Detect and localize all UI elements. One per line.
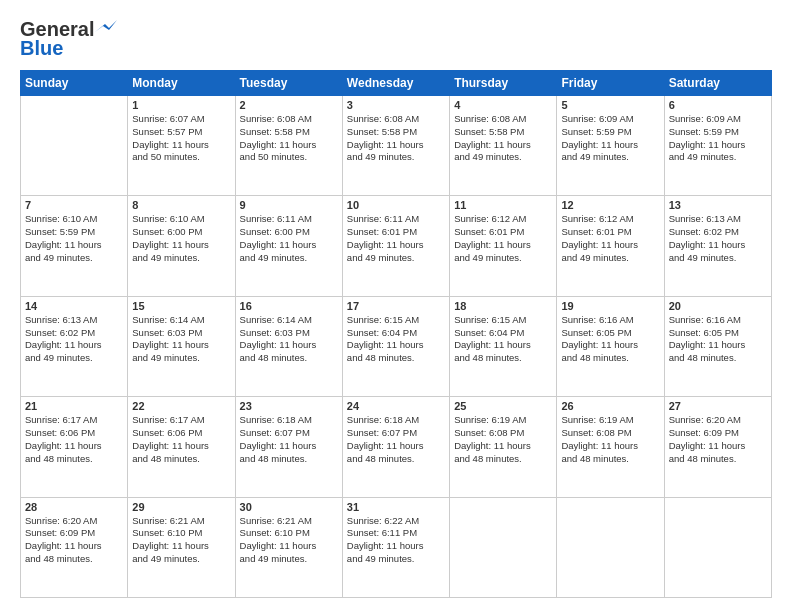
day-info: Sunrise: 6:08 AMSunset: 5:58 PMDaylight:… xyxy=(454,113,552,164)
day-number: 21 xyxy=(25,400,123,412)
day-info: Sunrise: 6:20 AMSunset: 6:09 PMDaylight:… xyxy=(669,414,767,465)
day-info: Sunrise: 6:14 AMSunset: 6:03 PMDaylight:… xyxy=(132,314,230,365)
calendar-day-cell: 10Sunrise: 6:11 AMSunset: 6:01 PMDayligh… xyxy=(342,196,449,296)
day-number: 18 xyxy=(454,300,552,312)
day-number: 11 xyxy=(454,199,552,211)
day-number: 25 xyxy=(454,400,552,412)
day-info: Sunrise: 6:08 AMSunset: 5:58 PMDaylight:… xyxy=(347,113,445,164)
calendar-week-row: 28Sunrise: 6:20 AMSunset: 6:09 PMDayligh… xyxy=(21,497,772,597)
calendar-day-cell: 9Sunrise: 6:11 AMSunset: 6:00 PMDaylight… xyxy=(235,196,342,296)
calendar-day-cell: 17Sunrise: 6:15 AMSunset: 6:04 PMDayligh… xyxy=(342,296,449,396)
calendar-week-row: 14Sunrise: 6:13 AMSunset: 6:02 PMDayligh… xyxy=(21,296,772,396)
day-number: 7 xyxy=(25,199,123,211)
calendar-day-cell: 13Sunrise: 6:13 AMSunset: 6:02 PMDayligh… xyxy=(664,196,771,296)
day-info: Sunrise: 6:15 AMSunset: 6:04 PMDaylight:… xyxy=(454,314,552,365)
logo-bird-icon xyxy=(95,20,117,36)
day-info: Sunrise: 6:09 AMSunset: 5:59 PMDaylight:… xyxy=(669,113,767,164)
calendar-day-cell: 29Sunrise: 6:21 AMSunset: 6:10 PMDayligh… xyxy=(128,497,235,597)
calendar-day-cell: 18Sunrise: 6:15 AMSunset: 6:04 PMDayligh… xyxy=(450,296,557,396)
calendar-day-cell: 21Sunrise: 6:17 AMSunset: 6:06 PMDayligh… xyxy=(21,397,128,497)
day-info: Sunrise: 6:20 AMSunset: 6:09 PMDaylight:… xyxy=(25,515,123,566)
day-info: Sunrise: 6:18 AMSunset: 6:07 PMDaylight:… xyxy=(347,414,445,465)
day-number: 15 xyxy=(132,300,230,312)
day-number: 5 xyxy=(561,99,659,111)
day-info: Sunrise: 6:09 AMSunset: 5:59 PMDaylight:… xyxy=(561,113,659,164)
day-info: Sunrise: 6:15 AMSunset: 6:04 PMDaylight:… xyxy=(347,314,445,365)
day-number: 6 xyxy=(669,99,767,111)
day-number: 19 xyxy=(561,300,659,312)
day-info: Sunrise: 6:16 AMSunset: 6:05 PMDaylight:… xyxy=(669,314,767,365)
weekday-header: Saturday xyxy=(664,71,771,96)
day-number: 26 xyxy=(561,400,659,412)
day-info: Sunrise: 6:16 AMSunset: 6:05 PMDaylight:… xyxy=(561,314,659,365)
day-number: 4 xyxy=(454,99,552,111)
calendar-day-cell: 31Sunrise: 6:22 AMSunset: 6:11 PMDayligh… xyxy=(342,497,449,597)
calendar-day-cell: 12Sunrise: 6:12 AMSunset: 6:01 PMDayligh… xyxy=(557,196,664,296)
calendar-day-cell: 30Sunrise: 6:21 AMSunset: 6:10 PMDayligh… xyxy=(235,497,342,597)
day-number: 20 xyxy=(669,300,767,312)
day-info: Sunrise: 6:17 AMSunset: 6:06 PMDaylight:… xyxy=(132,414,230,465)
day-number: 8 xyxy=(132,199,230,211)
calendar-day-cell: 26Sunrise: 6:19 AMSunset: 6:08 PMDayligh… xyxy=(557,397,664,497)
svg-marker-0 xyxy=(95,20,117,32)
day-number: 17 xyxy=(347,300,445,312)
day-number: 3 xyxy=(347,99,445,111)
day-info: Sunrise: 6:11 AMSunset: 6:01 PMDaylight:… xyxy=(347,213,445,264)
calendar-day-cell: 14Sunrise: 6:13 AMSunset: 6:02 PMDayligh… xyxy=(21,296,128,396)
calendar-day-cell: 28Sunrise: 6:20 AMSunset: 6:09 PMDayligh… xyxy=(21,497,128,597)
day-info: Sunrise: 6:11 AMSunset: 6:00 PMDaylight:… xyxy=(240,213,338,264)
calendar-day-cell: 5Sunrise: 6:09 AMSunset: 5:59 PMDaylight… xyxy=(557,96,664,196)
day-number: 12 xyxy=(561,199,659,211)
calendar-day-cell: 1Sunrise: 6:07 AMSunset: 5:57 PMDaylight… xyxy=(128,96,235,196)
day-info: Sunrise: 6:10 AMSunset: 5:59 PMDaylight:… xyxy=(25,213,123,264)
day-number: 13 xyxy=(669,199,767,211)
calendar-day-cell: 6Sunrise: 6:09 AMSunset: 5:59 PMDaylight… xyxy=(664,96,771,196)
day-number: 24 xyxy=(347,400,445,412)
day-number: 29 xyxy=(132,501,230,513)
day-number: 28 xyxy=(25,501,123,513)
day-info: Sunrise: 6:18 AMSunset: 6:07 PMDaylight:… xyxy=(240,414,338,465)
calendar-day-cell: 3Sunrise: 6:08 AMSunset: 5:58 PMDaylight… xyxy=(342,96,449,196)
day-number: 14 xyxy=(25,300,123,312)
day-number: 10 xyxy=(347,199,445,211)
day-info: Sunrise: 6:21 AMSunset: 6:10 PMDaylight:… xyxy=(240,515,338,566)
calendar-week-row: 21Sunrise: 6:17 AMSunset: 6:06 PMDayligh… xyxy=(21,397,772,497)
calendar-week-row: 1Sunrise: 6:07 AMSunset: 5:57 PMDaylight… xyxy=(21,96,772,196)
calendar-day-cell: 15Sunrise: 6:14 AMSunset: 6:03 PMDayligh… xyxy=(128,296,235,396)
day-number: 16 xyxy=(240,300,338,312)
calendar-day-cell: 4Sunrise: 6:08 AMSunset: 5:58 PMDaylight… xyxy=(450,96,557,196)
weekday-header: Sunday xyxy=(21,71,128,96)
day-info: Sunrise: 6:17 AMSunset: 6:06 PMDaylight:… xyxy=(25,414,123,465)
day-number: 1 xyxy=(132,99,230,111)
day-info: Sunrise: 6:14 AMSunset: 6:03 PMDaylight:… xyxy=(240,314,338,365)
calendar-header-row: SundayMondayTuesdayWednesdayThursdayFrid… xyxy=(21,71,772,96)
day-number: 23 xyxy=(240,400,338,412)
calendar-body: 1Sunrise: 6:07 AMSunset: 5:57 PMDaylight… xyxy=(21,96,772,598)
day-info: Sunrise: 6:08 AMSunset: 5:58 PMDaylight:… xyxy=(240,113,338,164)
day-info: Sunrise: 6:19 AMSunset: 6:08 PMDaylight:… xyxy=(454,414,552,465)
calendar-day-cell: 24Sunrise: 6:18 AMSunset: 6:07 PMDayligh… xyxy=(342,397,449,497)
calendar-day-cell: 16Sunrise: 6:14 AMSunset: 6:03 PMDayligh… xyxy=(235,296,342,396)
weekday-header: Tuesday xyxy=(235,71,342,96)
calendar-day-cell xyxy=(21,96,128,196)
day-number: 31 xyxy=(347,501,445,513)
calendar-day-cell: 7Sunrise: 6:10 AMSunset: 5:59 PMDaylight… xyxy=(21,196,128,296)
day-info: Sunrise: 6:13 AMSunset: 6:02 PMDaylight:… xyxy=(669,213,767,264)
day-info: Sunrise: 6:12 AMSunset: 6:01 PMDaylight:… xyxy=(561,213,659,264)
weekday-header: Friday xyxy=(557,71,664,96)
calendar-day-cell: 23Sunrise: 6:18 AMSunset: 6:07 PMDayligh… xyxy=(235,397,342,497)
calendar-day-cell: 19Sunrise: 6:16 AMSunset: 6:05 PMDayligh… xyxy=(557,296,664,396)
calendar-day-cell: 8Sunrise: 6:10 AMSunset: 6:00 PMDaylight… xyxy=(128,196,235,296)
calendar-day-cell: 2Sunrise: 6:08 AMSunset: 5:58 PMDaylight… xyxy=(235,96,342,196)
day-number: 9 xyxy=(240,199,338,211)
calendar-day-cell xyxy=(557,497,664,597)
day-number: 2 xyxy=(240,99,338,111)
calendar-day-cell: 25Sunrise: 6:19 AMSunset: 6:08 PMDayligh… xyxy=(450,397,557,497)
weekday-header: Wednesday xyxy=(342,71,449,96)
logo-blue: Blue xyxy=(20,37,63,60)
calendar-day-cell: 11Sunrise: 6:12 AMSunset: 6:01 PMDayligh… xyxy=(450,196,557,296)
calendar-day-cell: 20Sunrise: 6:16 AMSunset: 6:05 PMDayligh… xyxy=(664,296,771,396)
day-info: Sunrise: 6:13 AMSunset: 6:02 PMDaylight:… xyxy=(25,314,123,365)
calendar-day-cell: 22Sunrise: 6:17 AMSunset: 6:06 PMDayligh… xyxy=(128,397,235,497)
logo: General Blue xyxy=(20,18,117,60)
